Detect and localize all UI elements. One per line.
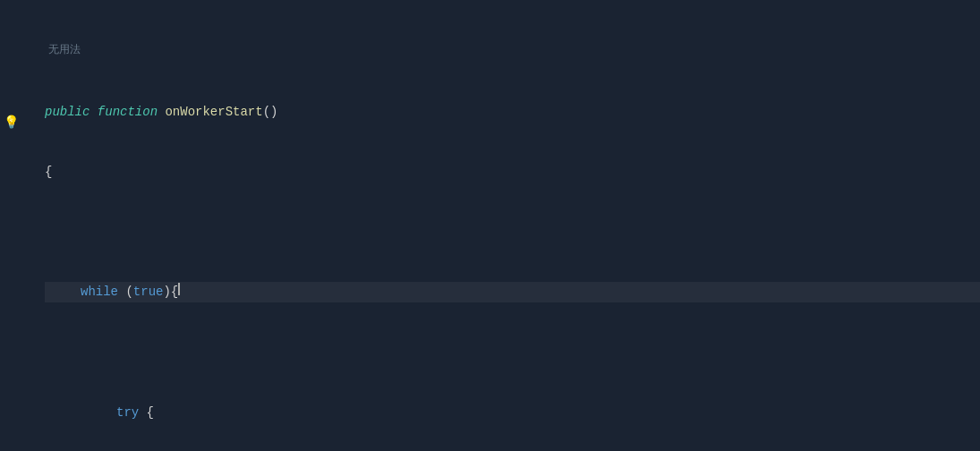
line-while: while (true){	[45, 282, 980, 302]
line-blank-1	[45, 222, 980, 242]
code-area: 💡 无用法 public function onWorkerStart() { …	[0, 0, 980, 451]
brace-open: {	[45, 162, 52, 182]
code-content[interactable]: 无用法 public function onWorkerStart() { wh…	[36, 0, 980, 451]
bulb-icon[interactable]: 💡	[4, 113, 19, 132]
try-keyword: try	[116, 403, 139, 422]
function-name: onWorkerStart	[165, 102, 262, 122]
editor-container: 💡 无用法 public function onWorkerStart() { …	[0, 0, 980, 451]
public-keyword: public	[45, 102, 89, 122]
line-open-brace: {	[45, 162, 980, 182]
line-try: try {	[45, 403, 980, 422]
while-keyword: while	[81, 282, 118, 302]
line-function-sig: public function onWorkerStart()	[45, 102, 980, 122]
function-keyword: function	[98, 102, 158, 122]
text-cursor	[178, 283, 180, 295]
line-gutter: 💡	[0, 0, 36, 451]
annotation-label: 无用法	[45, 42, 81, 59]
true-keyword: true	[133, 282, 164, 302]
line-blank-2	[45, 343, 980, 362]
annotation-line: 无用法	[45, 42, 980, 62]
